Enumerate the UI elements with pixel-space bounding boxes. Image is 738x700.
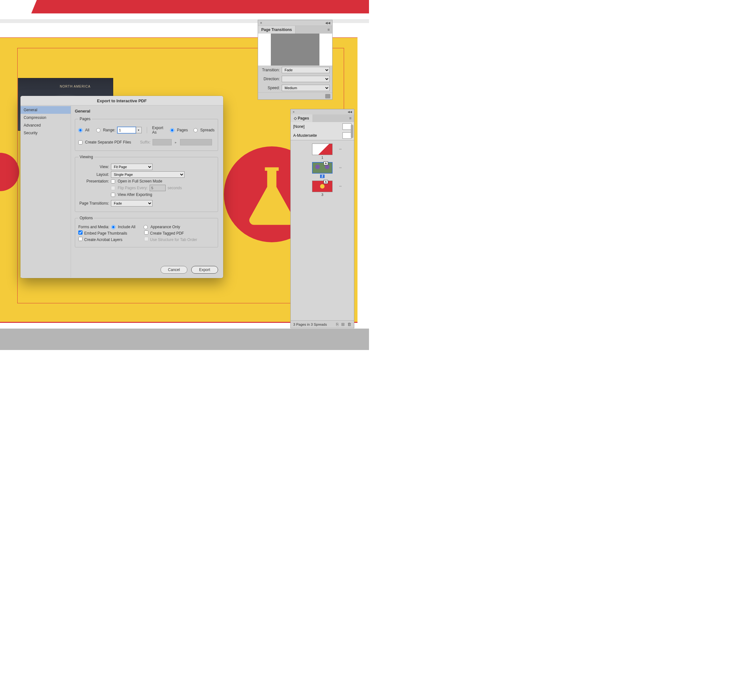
red-circle-decoration: [0, 153, 19, 191]
sidebar-item-advanced[interactable]: Advanced: [21, 122, 71, 129]
spread-icon: ▫▫: [339, 166, 342, 169]
section-heading: General: [75, 109, 218, 113]
pages-all-label: All: [85, 128, 89, 132]
acrobat-layers-checkbox[interactable]: [78, 237, 82, 241]
master-badge: A: [324, 180, 328, 184]
options-fieldset: Options Forms and Media: Include All App…: [75, 216, 218, 247]
scrollbar[interactable]: [351, 125, 354, 138]
include-all-radio[interactable]: [111, 225, 115, 229]
collapse-icon[interactable]: ◀◀: [325, 21, 330, 25]
panel-menu-icon[interactable]: ≡: [325, 26, 332, 33]
suffix-input: [153, 139, 172, 146]
master-label: A-Musterseite: [293, 133, 317, 138]
page-transitions-panel[interactable]: × ◀◀ Page Transitions ≡ Transition: Fade…: [258, 20, 333, 100]
embed-thumbnails-checkbox[interactable]: [78, 231, 82, 235]
export-as-label: Export As: [152, 126, 168, 135]
page-thumb-1[interactable]: ▫▫ 1: [312, 144, 333, 159]
cancel-button[interactable]: Cancel: [161, 266, 187, 274]
page-thumb-3[interactable]: A ▫▫ 3: [312, 181, 333, 197]
master-none-row[interactable]: [None]: [291, 122, 354, 131]
seconds-label: seconds: [168, 186, 182, 190]
sidebar-item-general[interactable]: General: [21, 106, 71, 114]
pages-tab[interactable]: ◇ Pages: [291, 115, 312, 122]
master-thumb: [342, 124, 351, 130]
sidebar-item-compression[interactable]: Compression: [21, 114, 71, 122]
view-after-label: View After Exporting: [118, 193, 152, 197]
master-a-row[interactable]: A-Musterseite: [291, 131, 354, 140]
viewing-fieldset: Viewing View: Fit Page Layout: Single Pa…: [75, 155, 218, 212]
edit-page-icon[interactable]: ⎘: [336, 322, 339, 326]
page-transitions-select[interactable]: Fade: [111, 200, 153, 206]
page-transitions-tab[interactable]: Page Transitions: [258, 26, 295, 34]
close-icon[interactable]: ×: [293, 110, 295, 114]
viewing-legend: Viewing: [78, 155, 94, 159]
pages-legend: Pages: [78, 117, 92, 121]
pages-range-radio[interactable]: [96, 128, 100, 132]
pages-panel[interactable]: × ◀◀ ◇ Pages ≡ [None] A-Musterseite ▫▫ 1…: [290, 109, 354, 328]
spread-icon: ▫▫: [339, 184, 342, 188]
fullscreen-label: Open in Full Screen Mode: [118, 179, 162, 184]
speed-select[interactable]: Medium: [282, 85, 330, 91]
suffix-label: Suffix:: [140, 140, 150, 144]
pages-range-label: Range:: [103, 128, 115, 132]
tagged-pdf-label: Create Tagged PDF: [150, 231, 184, 235]
flip-checkbox: [111, 186, 115, 190]
acrobat-layers-label: Create Acrobat Layers: [84, 237, 122, 242]
dialog-sidebar: General Compression Advanced Security: [21, 106, 71, 278]
layout-label: Layout:: [78, 172, 109, 177]
tagged-pdf-checkbox[interactable]: [144, 231, 148, 235]
structure-tab-checkbox: [144, 237, 148, 241]
suffix-arrow-icon: ▸: [175, 140, 177, 144]
suffix-preview: [180, 139, 212, 146]
transition-preview: [258, 34, 332, 66]
master-thumb: [342, 132, 351, 139]
document-banner: [0, 0, 369, 13]
pasteboard: [0, 326, 369, 350]
separate-files-checkbox[interactable]: [78, 140, 82, 144]
range-dropdown-icon[interactable]: ▾: [136, 127, 141, 133]
page-number: 1: [312, 156, 333, 159]
new-page-icon[interactable]: ⊞: [341, 322, 345, 326]
export-pages-label: Pages: [177, 128, 188, 132]
pages-range-input[interactable]: [117, 127, 136, 133]
delete-page-icon[interactable]: 🗑: [347, 322, 351, 326]
page-thumb-2[interactable]: A ▫▫ 2: [312, 162, 333, 178]
layout-select[interactable]: Single Page: [111, 171, 184, 178]
transition-select[interactable]: Fade: [282, 67, 330, 73]
export-pages-radio[interactable]: [170, 128, 174, 132]
export-button[interactable]: Export: [191, 266, 218, 274]
presentation-label: Presentation:: [78, 179, 109, 184]
export-pdf-dialog: Export to Interactive PDF General Compre…: [21, 96, 223, 278]
direction-label: Direction:: [261, 77, 280, 81]
pages-all-radio[interactable]: [78, 128, 82, 132]
speed-label: Speed:: [261, 86, 280, 90]
collapse-icon[interactable]: ◀◀: [348, 110, 352, 113]
options-legend: Options: [78, 216, 94, 220]
close-icon[interactable]: ×: [260, 21, 262, 25]
apply-to-all-icon[interactable]: [325, 94, 330, 99]
canvas-gap-white: [0, 13, 369, 19]
flip-label: Flip Pages Every:: [118, 186, 148, 190]
pages-footer-text: 3 Pages in 3 Spreads: [293, 322, 327, 326]
master-label: [None]: [293, 124, 304, 129]
export-spreads-label: Spreads: [200, 128, 215, 132]
sidebar-item-security[interactable]: Security: [21, 129, 71, 137]
structure-tab-label: Use Structure for Tab Order: [150, 237, 197, 242]
master-badge: A: [324, 162, 328, 165]
fullscreen-checkbox[interactable]: [111, 179, 115, 184]
transition-label: Transition:: [261, 68, 280, 72]
page-number: 3: [312, 193, 333, 197]
view-after-checkbox[interactable]: [111, 193, 115, 197]
dialog-title: Export to Interactive PDF: [21, 96, 223, 106]
include-all-label: Include All: [118, 225, 136, 229]
appearance-only-label: Appearance Only: [150, 225, 180, 229]
view-select[interactable]: Fit Page: [111, 164, 153, 170]
appearance-only-radio[interactable]: [144, 225, 148, 229]
direction-select[interactable]: [282, 76, 330, 82]
page-transitions-label: Page Transitions:: [78, 201, 109, 206]
export-spreads-radio[interactable]: [193, 128, 197, 132]
pages-fieldset: Pages All Range: ▾ Export As Pages: [75, 117, 218, 151]
embed-thumbnails-label: Embed Page Thumbnails: [84, 231, 127, 235]
panel-menu-icon[interactable]: ≡: [347, 115, 354, 122]
globe-label: NORTH AMERICA: [60, 85, 90, 88]
